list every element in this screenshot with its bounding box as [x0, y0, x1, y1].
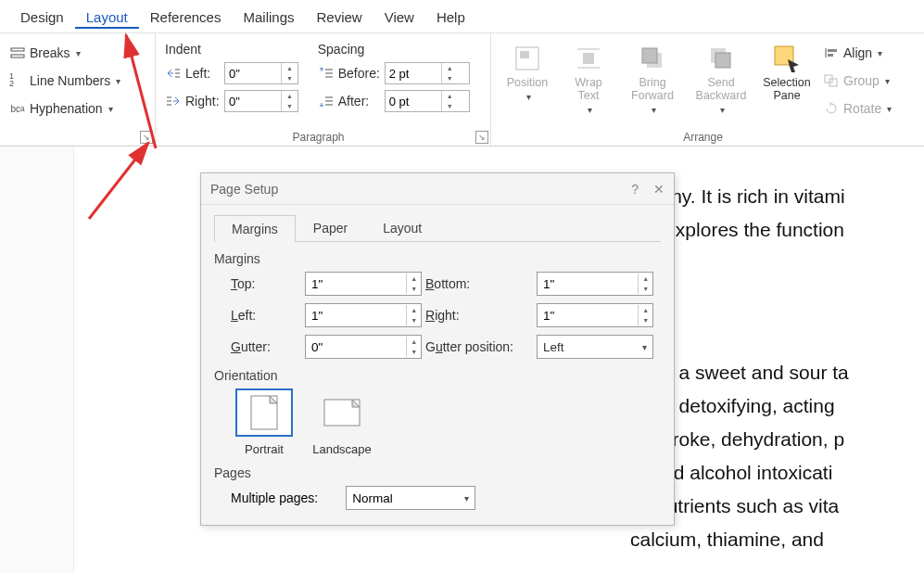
chevron-down-icon: ▾ [108, 104, 113, 114]
svg-rect-22 [715, 53, 730, 68]
send-backward-button[interactable]: Send Backward ▾ [686, 39, 756, 122]
space-before-input[interactable]: ▲▼ [385, 62, 470, 84]
space-before-value[interactable] [386, 63, 441, 83]
doc-text: calcium, thiamine, and [630, 523, 924, 556]
align-button[interactable]: Align ▾ [821, 39, 892, 67]
align-icon [823, 45, 840, 61]
orientation-landscape[interactable]: Landscape [309, 388, 375, 456]
spinner-buttons[interactable]: ▲▼ [441, 63, 458, 83]
margin-top-input[interactable]: ▲▼ [305, 272, 422, 296]
space-after-input[interactable]: ▲▼ [385, 90, 470, 112]
spinner-buttons[interactable]: ▲▼ [441, 91, 458, 111]
tab-help[interactable]: Help [425, 4, 476, 29]
indent-left-value[interactable] [225, 63, 281, 83]
indent-right-input[interactable]: ▲▼ [224, 90, 298, 112]
gutter-label: Gutter: [231, 339, 305, 354]
indent-right-value[interactable] [225, 91, 281, 111]
chevron-down-icon: ▾ [720, 104, 725, 117]
orientation-portrait[interactable]: Portrait [231, 388, 297, 456]
orientation-header: Orientation [214, 368, 661, 383]
spinner-buttons[interactable]: ▲▼ [281, 91, 297, 111]
margin-right-label: Right: [425, 308, 537, 323]
ribbon-tabs: Design Layout References Mailings Review… [0, 0, 924, 33]
page-setup-dialog: Page Setup ? ✕ Margins Paper Layout Marg… [200, 172, 675, 526]
dialog-tab-layout[interactable]: Layout [365, 214, 439, 241]
dialog-tabs: Margins Paper Layout [214, 214, 661, 242]
send-backward-icon [705, 43, 737, 74]
tab-references[interactable]: References [139, 4, 233, 29]
space-after-value[interactable] [386, 91, 441, 111]
position-button[interactable]: Position ▾ [497, 39, 558, 122]
chevron-down-icon: ▾ [885, 76, 890, 86]
dialog-help-button[interactable]: ? [631, 182, 639, 197]
margin-bottom-label: Bottom: [425, 276, 537, 291]
indent-right-label: Right: [185, 94, 221, 108]
landscape-label: Landscape [312, 442, 372, 456]
page-setup-launcher[interactable]: ↘ [140, 131, 153, 144]
breaks-button[interactable]: Breaks ▾ [7, 39, 147, 67]
send-backward-label: Send Backward [696, 76, 747, 102]
ribbon-body: Breaks ▾ 12 Line Numbers ▾ bca Hyphenati… [0, 33, 924, 146]
margin-right-input[interactable]: ▲▼ [537, 303, 653, 327]
margin-bottom-input[interactable]: ▲▼ [537, 272, 653, 296]
position-icon [512, 43, 543, 74]
breaks-label: Breaks [30, 45, 70, 60]
chevron-down-icon: ▾ [116, 76, 120, 86]
group-paragraph: Indent Left: ▲▼ Right: [156, 33, 491, 146]
breaks-icon [9, 45, 26, 61]
dialog-tab-paper[interactable]: Paper [296, 214, 365, 241]
tab-mailings[interactable]: Mailings [232, 4, 305, 29]
arrange-group-label: Arrange [491, 131, 915, 144]
tab-design[interactable]: Design [9, 4, 75, 29]
tab-view[interactable]: View [373, 4, 425, 29]
selection-pane-label: Selection Pane [763, 76, 810, 102]
space-after-label: After: [338, 94, 381, 108]
doc-text: many. It is rich in vitami [644, 180, 924, 213]
bring-forward-label: Bring Forward [631, 76, 674, 102]
chevron-down-icon: ▾ [588, 104, 592, 117]
margin-top-label: Top: [231, 276, 305, 291]
rotate-icon [823, 100, 840, 117]
dialog-close-button[interactable]: ✕ [653, 182, 665, 197]
group-page-setup: Breaks ▾ 12 Line Numbers ▾ bca Hyphenati… [0, 33, 156, 146]
gutter-position-label: Gutter position: [425, 339, 537, 354]
rotate-button[interactable]: Rotate ▾ [821, 95, 892, 122]
hyphenation-button[interactable]: bca Hyphenation ▾ [7, 95, 147, 122]
selection-pane-button[interactable]: Selection Pane [756, 39, 817, 122]
chevron-down-icon: ▾ [526, 91, 531, 104]
tab-review[interactable]: Review [306, 4, 373, 29]
left-margin [0, 146, 74, 573]
gutter-position-select[interactable]: Left▾ [537, 335, 653, 359]
align-label: Align [843, 45, 872, 60]
portrait-icon [235, 388, 293, 437]
margin-left-input[interactable]: ▲▼ [305, 303, 422, 327]
multiple-pages-select[interactable]: Normal▾ [346, 486, 475, 510]
chevron-down-icon: ▾ [887, 104, 892, 114]
indent-left-icon [165, 65, 182, 82]
bring-forward-icon [637, 43, 668, 74]
tab-layout[interactable]: Layout [75, 4, 139, 29]
dialog-tab-margins[interactable]: Margins [214, 215, 296, 242]
position-label: Position [507, 76, 548, 89]
group-button[interactable]: Group ▾ [821, 67, 892, 95]
dialog-titlebar[interactable]: Page Setup ? ✕ [201, 173, 674, 205]
landscape-icon [313, 388, 371, 437]
margins-header: Margins [214, 251, 661, 266]
hyphenation-icon: bca [9, 100, 26, 117]
wrap-text-button[interactable]: Wrap Text ▾ [558, 39, 619, 122]
paragraph-launcher[interactable]: ↘ [475, 131, 488, 144]
indent-left-label: Left: [185, 66, 221, 81]
indent-left-input[interactable]: ▲▼ [224, 62, 298, 84]
hyphenation-label: Hyphenation [30, 101, 103, 116]
svg-rect-1 [11, 55, 24, 57]
gutter-input[interactable]: ▲▼ [305, 335, 422, 359]
spinner-buttons[interactable]: ▲▼ [281, 63, 297, 83]
margin-left-label: Left: [231, 308, 305, 323]
bring-forward-button[interactable]: Bring Forward ▾ [619, 39, 686, 122]
chevron-down-icon: ▾ [652, 104, 656, 117]
portrait-label: Portrait [245, 442, 284, 456]
line-numbers-button[interactable]: 12 Line Numbers ▾ [7, 67, 147, 95]
indent-right-icon [165, 93, 182, 109]
wrap-text-label: Wrap Text [575, 76, 602, 102]
wrap-text-icon [573, 43, 604, 74]
